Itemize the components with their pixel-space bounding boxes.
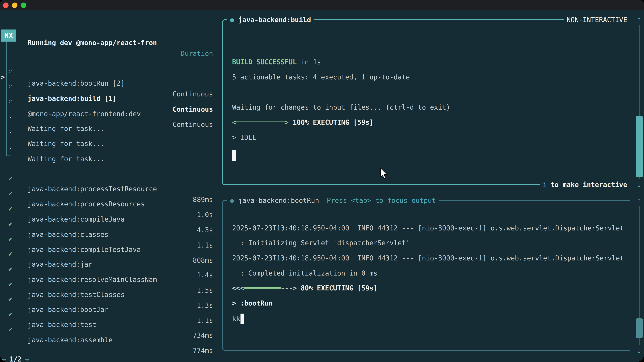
interactive-hint-text: to make interactive	[550, 179, 627, 190]
bootrun-panel-header: ●java-backend:bootRunPress <tab> to focu…	[227, 195, 630, 206]
sidebar-title: Running dev @mono-app/react-fron	[28, 37, 157, 48]
minimize-button[interactable]	[12, 2, 18, 8]
task-row-completed[interactable]: ✔ java-backend:assemble 774ms	[0, 313, 213, 324]
close-button[interactable]	[3, 2, 8, 8]
window-titlebar	[0, 0, 644, 10]
task-row-completed[interactable]: ✔ java-backend:processResources 1.0s	[0, 177, 213, 188]
bootrun-log-line: : Initializing Servlet 'dispatcherServle…	[232, 238, 410, 248]
bootrun-log-line: 2025-07-23T13:40:18.950-04:00 INFO 44312…	[232, 223, 624, 233]
interactive-hint-key: i	[543, 179, 547, 190]
non-interactive-badge: NON-INTERACTIVE	[567, 14, 627, 25]
sidebar-header: Running dev @mono-app/react-fron Duratio…	[0, 27, 213, 37]
task-row-completed[interactable]: ✔ java-backend:testClasses 1.3s	[0, 268, 213, 279]
focus-output-hint: Press <tab> to focus output	[327, 195, 436, 206]
check-icon: ✔	[8, 324, 12, 335]
build-panel-header: ●java-backend:build NON-INTERACTIVE	[227, 14, 630, 25]
scroll-down-arrow[interactable]: ↓	[634, 345, 644, 356]
bootrun-log-line: > :bootRun	[232, 298, 272, 309]
terminal-cursor	[240, 314, 244, 324]
task-status-dot-icon: ●	[230, 14, 234, 25]
page-indicator: 1/2	[10, 355, 22, 362]
progress-bar-80: ═════════	[244, 284, 280, 292]
task-status-dot-icon: ●	[230, 195, 234, 206]
task-row[interactable]: ⠋ @mono-app/react-frontend:dev Continuou…	[0, 87, 213, 98]
build-log-line: Waiting for changes to input files... (c…	[232, 102, 450, 113]
terminal-window: NX Running dev @mono-app/react-fron Dura…	[0, 0, 644, 362]
scrollbar-thumb[interactable]	[636, 319, 643, 338]
build-log-line: BUILD SUCCESSFUL in 1s	[232, 57, 321, 67]
bootrun-panel-title: java-backend:bootRun	[238, 195, 319, 206]
zoom-button[interactable]	[21, 2, 26, 8]
mouse-cursor	[380, 168, 388, 180]
task-duration: 734ms	[193, 330, 213, 341]
scroll-up-arrow[interactable]: ↑	[634, 195, 644, 205]
build-log-line: 5 actionable tasks: 4 executed, 1 up-to-…	[232, 72, 410, 82]
task-row-selected[interactable]: ⠋ java-backend:build [1] Continuous	[0, 72, 213, 82]
page-prev-arrow[interactable]: ←	[2, 355, 6, 362]
page-next-arrow[interactable]: →	[25, 355, 29, 362]
build-panel-footer: ito make interactive	[227, 179, 630, 190]
bootrun-log-line: 2025-07-23T13:40:18.950-04:00 INFO 44312…	[232, 253, 624, 264]
scroll-up-arrow[interactable]: ↑	[634, 14, 644, 25]
bootrun-log-line: : Completed initialization in 0 ms	[232, 268, 378, 279]
task-row-completed[interactable]: ✔ java-backend:jar 1.4s	[0, 238, 213, 248]
task-row-completed[interactable]: ✔ java-backend:classes 1.1s	[0, 208, 213, 218]
task-row-completed[interactable]: ✔ java-backend:bootJar 1.1s	[0, 283, 213, 294]
task-row-completed[interactable]: ✔ java-backend:processTestResource 889ms	[0, 162, 213, 173]
bootrun-input-line[interactable]: kk	[232, 313, 240, 324]
task-row-waiting[interactable]: · Waiting for task...	[0, 132, 213, 143]
task-row-waiting[interactable]: · Waiting for task...	[0, 102, 213, 112]
task-row-completed[interactable]: ✔ java-backend:compileJava 4.3s	[0, 192, 213, 203]
task-row-completed[interactable]: ✔ java-backend:compileTestJava 808ms	[0, 223, 213, 233]
progress-bar-100: <════════════>	[232, 118, 289, 126]
build-log-line: > IDLE	[232, 132, 256, 143]
scrollbar-thumb[interactable]	[636, 116, 643, 177]
bullet-icon: ·	[8, 143, 12, 153]
task-row-completed[interactable]: ✔ java-backend:test 734ms	[0, 298, 213, 309]
task-row-completed[interactable]: ✔ java-backend:resolveMainClassNam 1.5s	[0, 253, 213, 264]
sidebar-footer: ←1/2→ quit:qhelp:?	[0, 343, 213, 354]
bootrun-progress-line: <<<═════════---> 80% EXECUTING [59s]	[232, 283, 378, 294]
task-row-waiting[interactable]: · Waiting for task...	[0, 117, 213, 128]
scroll-down-arrow[interactable]: ↓	[634, 179, 644, 190]
terminal-cursor	[232, 150, 236, 161]
build-panel-title: java-backend:build	[238, 14, 311, 25]
build-progress-line: <════════════> 100% EXECUTING [59s]	[232, 117, 374, 128]
task-row[interactable]: ⠋ java-backend:bootRun [2] Continuous	[0, 56, 213, 67]
